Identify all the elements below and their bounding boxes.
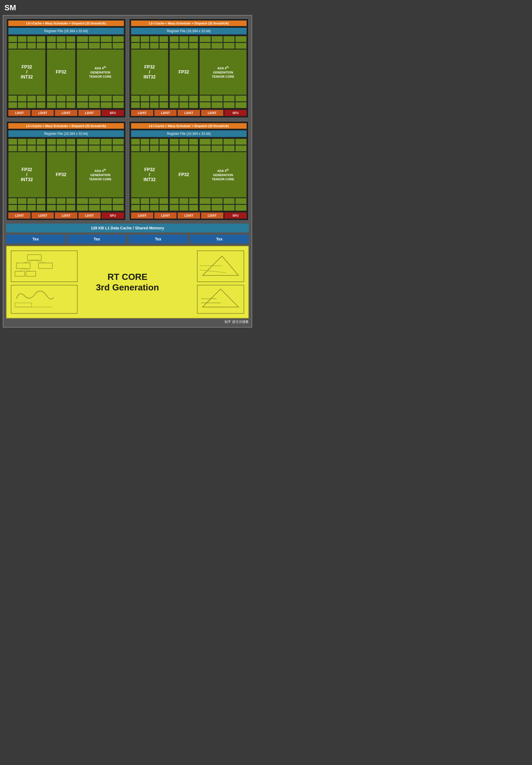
bottom-bar-3: LD/ST LD/ST LD/ST LD/ST SFU (8, 213, 124, 219)
svg-line-6 (34, 260, 45, 263)
ldst-3-4: LD/ST (79, 213, 101, 219)
ldst-2-1: LD/ST (131, 110, 153, 116)
fp32int32-label-4: FP32/INT32 (143, 167, 156, 182)
sfu-1: SFU (102, 110, 124, 116)
tex-4: Tex (190, 235, 249, 244)
warp-scheduler-bar-1: L0 i-Cache + Warp Scheduler + Dispatch (… (8, 21, 124, 26)
svg-rect-9 (15, 303, 32, 307)
ldst-3-1: LD/ST (8, 213, 31, 219)
sub-unit-2: L0 i-Cache + Warp Scheduler + Dispatch (… (129, 18, 249, 118)
fp32-label-2: FP32 (178, 70, 189, 75)
rt-core-subtitle: 3rd Generation (78, 282, 177, 293)
tensor-label-1: ADA 4thGENERATIONTENSOR CORE (89, 65, 112, 79)
svg-line-7 (20, 269, 23, 271)
bottom-bar-2: LD/ST LD/ST LD/ST LD/ST SFU (131, 110, 247, 116)
svg-rect-4 (26, 271, 36, 276)
ldst-1-2: LD/ST (32, 110, 54, 116)
ldst-4-1: LD/ST (131, 213, 153, 219)
ldst-2-2: LD/ST (154, 110, 176, 116)
svg-line-8 (23, 269, 31, 271)
register-file-bar-4: Register File (16,384 x 32-bit) (131, 130, 247, 137)
sub-unit-3: L0 i-Cache + Warp Scheduler + Dispatch (… (6, 121, 126, 221)
fp32-label-1: FP32 (56, 70, 66, 75)
svg-rect-2 (39, 263, 52, 269)
register-file-bar-1: Register File (16,384 x 32-bit) (8, 28, 124, 34)
warp-scheduler-bar-2: L0 i-Cache + Warp Scheduler + Dispatch (… (131, 21, 247, 26)
fp32int32-label-1: FP32/INT32 (21, 65, 33, 80)
rt-core-right (177, 251, 244, 314)
warp-scheduler-bar-3: L0 i-Cache + Warp Scheduler + Dispatch (… (8, 123, 124, 129)
tex-2: Tex (67, 235, 127, 244)
ldst-4-2: LD/ST (154, 213, 176, 219)
sfu-2: SFU (224, 110, 247, 116)
svg-marker-14 (202, 289, 239, 307)
sfu-3: SFU (102, 213, 124, 219)
sfu-4: SFU (224, 213, 247, 219)
fp32int32-label-3: FP32/INT32 (21, 167, 33, 182)
bvh-diagram (11, 251, 78, 282)
fp32-label-3: FP32 (56, 172, 66, 177)
tex-1: Tex (6, 235, 65, 244)
tex-row: Tex Tex Tex Tex (6, 235, 249, 244)
triangle-diagram (197, 251, 244, 282)
svg-rect-0 (27, 255, 41, 260)
ldst-3-3: LD/ST (55, 213, 77, 219)
signature-diagram (11, 285, 78, 314)
ldst-2-3: LD/ST (177, 110, 200, 116)
rt-core-section: RT CORE 3rd Generation (6, 246, 249, 319)
svg-rect-1 (16, 263, 30, 269)
sm-container: L0 i-Cache + Warp Scheduler + Dispatch (… (3, 15, 252, 328)
quad-grid: L0 i-Cache + Warp Scheduler + Dispatch (… (6, 18, 249, 221)
ldst-3-2: LD/ST (32, 213, 54, 219)
rt-core-title: RT CORE (78, 272, 177, 282)
warp-scheduler-bar-4: L0 i-Cache + Warp Scheduler + Dispatch (… (131, 123, 247, 129)
tensor-label-3: ADA 4thGENERATIONTENSOR CORE (89, 168, 112, 182)
tensor-label-2: ADA 4thGENERATIONTENSOR CORE (212, 65, 234, 79)
ldst-4-3: LD/ST (177, 213, 200, 219)
ldst-4-4: LD/ST (201, 213, 223, 219)
ldst-2-4: LD/ST (201, 110, 223, 116)
tensor-label-4: ADA 4thGENERATIONTENSOR CORE (212, 168, 234, 182)
sm-title: SM (3, 3, 252, 13)
bottom-bar-4: LD/ST LD/ST LD/ST LD/ST SFU (131, 213, 247, 219)
tex-3: Tex (129, 235, 187, 244)
sub-unit-1: L0 i-Cache + Warp Scheduler + Dispatch (… (6, 18, 126, 118)
fp32int32-label-2: FP32/INT32 (143, 65, 156, 80)
fp32-label-4: FP32 (178, 172, 189, 177)
ldst-1-1: LD/ST (8, 110, 31, 116)
ldst-1-3: LD/ST (55, 110, 77, 116)
rt-bottom-diagram (197, 285, 244, 314)
svg-rect-3 (15, 271, 25, 276)
bottom-bar-1: LD/ST LD/ST LD/ST LD/ST SFU (8, 110, 124, 116)
sub-unit-4: L0 i-Cache + Warp Scheduler + Dispatch (… (129, 121, 249, 221)
svg-line-13 (200, 270, 226, 273)
l1-cache-bar: 128 KB L1 Data Cache / Shared Memory (6, 224, 249, 233)
register-file-bar-2: Register File (16,384 x 32-bit) (131, 28, 247, 34)
watermark: 知乎 @王尔德鲁 (6, 319, 249, 324)
ldst-1-4: LD/ST (79, 110, 101, 116)
rt-core-center: RT CORE 3rd Generation (78, 272, 177, 293)
register-file-bar-3: Register File (16,384 x 32-bit) (8, 130, 124, 137)
rt-core-left (11, 251, 78, 314)
svg-line-5 (23, 260, 34, 263)
